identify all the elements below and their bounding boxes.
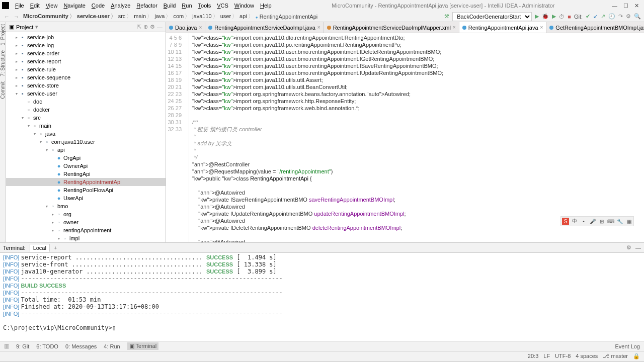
menu-navigate[interactable]: Navigate	[60, 2, 88, 10]
crumb-2[interactable]: src	[117, 13, 133, 20]
profile-icon[interactable]: ⏱	[559, 14, 565, 20]
ime-punct-icon[interactable]: •	[580, 218, 587, 225]
menu-help[interactable]: Help	[257, 2, 275, 10]
tree-src[interactable]: ▾▫src	[6, 114, 166, 122]
toolwin-structure[interactable]: 7: Structure	[0, 50, 6, 76]
nav-back-icon[interactable]: ←	[3, 14, 11, 20]
coverage-icon[interactable]: ▶	[552, 13, 556, 20]
menu-vcs[interactable]: VCS	[214, 2, 231, 10]
toolwin-9git[interactable]: 9: Git	[16, 342, 29, 350]
tab-RentingAppointmentServiceDaoImplMapper.xml[interactable]: RentingAppointmentServiceDaoImplMapper.x…	[324, 22, 459, 33]
menu-view[interactable]: View	[43, 2, 61, 10]
tree-service-rule[interactable]: ▸▪service-rule	[6, 65, 166, 73]
tree-OrgApi[interactable]: ●OrgApi	[6, 154, 166, 162]
tree-impl[interactable]: ▾▫impl	[6, 234, 166, 242]
git-history-icon[interactable]: 🕘	[608, 13, 615, 20]
crumb-5[interactable]: com	[172, 13, 191, 20]
tree-doc[interactable]: ▫doc	[6, 98, 166, 106]
tree-bmo[interactable]: ▾▫bmo	[6, 202, 166, 210]
menu-code[interactable]: Code	[89, 2, 108, 10]
source-editor[interactable]: "kw">class="kw">import com.java110.dto.r…	[189, 33, 644, 242]
toolwin-0messages[interactable]: 0: Messages	[65, 342, 97, 350]
git-commit-icon[interactable]: ↙	[593, 13, 598, 20]
crumb-3[interactable]: main	[133, 13, 153, 20]
tree-service-log[interactable]: ▸▪service-log	[6, 41, 166, 49]
locate-icon[interactable]: ⊕	[143, 24, 148, 30]
collapse-icon[interactable]: ⇱	[137, 24, 141, 30]
ime-kbd-icon[interactable]: ⌨	[607, 218, 614, 225]
tree-RentingPoolFlowApi[interactable]: ●RentingPoolFlowApi	[6, 186, 166, 194]
ime-more-icon[interactable]: ▦	[625, 218, 632, 225]
crumb-1[interactable]: service-user	[76, 13, 117, 20]
tree-rentingAppointment[interactable]: ▾▫rentingAppointment	[6, 226, 166, 234]
menu-file[interactable]: File	[12, 2, 27, 10]
ime-skin-icon[interactable]: ⊞	[598, 218, 605, 225]
toolwin-terminal[interactable]: ▣ Terminal	[127, 342, 158, 350]
event-log-button[interactable]: Event Log	[615, 343, 640, 349]
encoding[interactable]: UTF-8	[555, 353, 571, 359]
menu-run[interactable]: Run	[179, 2, 195, 10]
gear-icon[interactable]: ⚙	[150, 24, 155, 30]
crumb-0[interactable]: MicroCommunity	[22, 13, 76, 20]
tree-api[interactable]: ▾▫api	[6, 146, 166, 154]
terminal-gear-icon[interactable]: ⚙	[626, 244, 631, 251]
search-icon[interactable]: 🔍	[634, 13, 641, 20]
hide-icon[interactable]: —	[157, 24, 163, 30]
stop-icon[interactable]: ■	[568, 14, 571, 20]
tree-main[interactable]: ▾▫main	[6, 122, 166, 130]
toolwin-6todo[interactable]: 6: TODO	[36, 342, 58, 350]
git-rollback-icon[interactable]: ↷	[618, 13, 623, 20]
git-push-icon[interactable]: ↗	[601, 13, 605, 20]
menu-window[interactable]: Window	[231, 2, 257, 10]
tree-org[interactable]: ▸▫org	[6, 210, 166, 218]
terminal-output[interactable]: [INFO] service-report ..................…	[0, 253, 644, 341]
git-update-icon[interactable]: ✔	[586, 13, 590, 20]
tab-RentingAppointmentApi.java[interactable]: RentingAppointmentApi.java×	[459, 22, 547, 33]
toolwin-4run[interactable]: 4: Run	[104, 342, 120, 350]
menu-build[interactable]: Build	[160, 2, 179, 10]
tree-service-sequence[interactable]: ▸▪service-sequence	[6, 73, 166, 81]
tree-RentingAppointmentApi[interactable]: ●RentingAppointmentApi	[6, 178, 166, 186]
crumb-4[interactable]: java	[153, 13, 172, 20]
run-config-select[interactable]: BackCoderGeneratorStart	[452, 12, 532, 21]
run-icon[interactable]: ▶	[535, 13, 539, 20]
menu-tools[interactable]: Tools	[195, 2, 214, 10]
tree-docker[interactable]: ▫docker	[6, 106, 166, 114]
close-button[interactable]: ✕	[634, 3, 639, 9]
tab-RentingAppointmentServiceDaoImpl.java[interactable]: RentingAppointmentServiceDaoImpl.java×	[205, 22, 324, 33]
crumb-8[interactable]: api	[238, 13, 255, 20]
tree-service-store[interactable]: ▸▪service-store	[6, 81, 166, 89]
menu-analyze[interactable]: Analyze	[108, 2, 133, 10]
terminal-tab-local[interactable]: Local	[30, 244, 50, 252]
tab-GetRentingAppointmentBMOImpl.java[interactable]: GetRentingAppointmentBMOImpl.java×	[546, 22, 644, 33]
crumb-7[interactable]: user	[219, 13, 238, 20]
nav-fwd-icon[interactable]: →	[13, 14, 20, 20]
indent[interactable]: 4 spaces	[576, 353, 598, 359]
ime-lang-icon[interactable]: 中	[571, 218, 578, 225]
menu-edit[interactable]: Edit	[27, 2, 43, 10]
crumb-9[interactable]: RentingAppointmentApi	[255, 14, 318, 20]
toolwin-project[interactable]: 1: Project	[0, 24, 6, 45]
project-tree[interactable]: ▸▪service-job▸▪service-log▸▪service-orde…	[6, 32, 166, 242]
tab-Dao.java[interactable]: Dao.java×	[166, 22, 205, 33]
ime-logo-icon[interactable]: S	[562, 218, 569, 225]
settings-icon[interactable]: ⚙	[626, 13, 631, 20]
terminal-hide-icon[interactable]: —	[635, 245, 641, 251]
tree-service-report[interactable]: ▸▪service-report	[6, 57, 166, 65]
lock-icon[interactable]: 🔒	[633, 353, 640, 359]
tree-UserApi[interactable]: ●UserApi	[6, 194, 166, 202]
line-separator[interactable]: LF	[543, 353, 550, 359]
toolwin-toggle-icon[interactable]: ▥	[4, 343, 9, 349]
ime-tool-icon[interactable]: 🔧	[616, 218, 623, 225]
git-branch[interactable]: ⎇ master	[603, 353, 628, 359]
tree-OwnerApi[interactable]: ●OwnerApi	[6, 162, 166, 170]
minimize-button[interactable]: —	[612, 3, 617, 9]
tree-java[interactable]: ▾▫java	[6, 130, 166, 138]
tree-owner[interactable]: ▸▫owner	[6, 218, 166, 226]
tree-service-job[interactable]: ▸▪service-job	[6, 33, 166, 41]
terminal-add-icon[interactable]: +	[54, 245, 57, 251]
tree-service-order[interactable]: ▸▪service-order	[6, 49, 166, 57]
toolwin-commit[interactable]: Commit	[0, 81, 6, 99]
debug-icon[interactable]: 🐞	[542, 13, 549, 20]
tree-com.java110.user[interactable]: ▾▫com.java110.user	[6, 138, 166, 146]
